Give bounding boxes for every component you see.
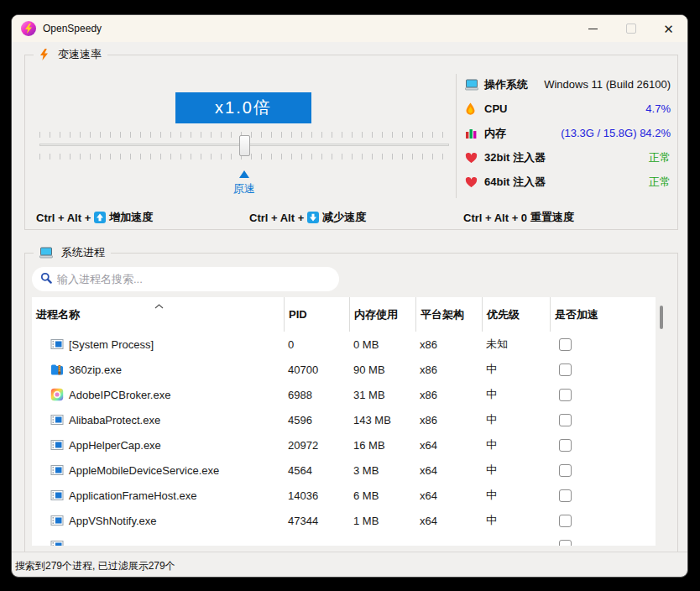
- sysinfo-row: CPU 4.7%: [465, 97, 671, 121]
- arch-cell: x86: [415, 407, 482, 432]
- default-app-icon: [50, 463, 64, 477]
- column-header[interactable]: 是否加速: [550, 297, 656, 332]
- table-row[interactable]: ApplicationFrameHost.exe 14036 6 MB x64 …: [32, 483, 656, 508]
- minimize-button[interactable]: [574, 15, 612, 42]
- maximize-button[interactable]: [612, 15, 650, 42]
- accelerate-cell: [550, 332, 656, 357]
- accelerate-cell: [550, 483, 656, 508]
- lightning-icon: [39, 48, 50, 61]
- system-processes-group: 系统进程 进程名称PID内存使用平台架构优先级是否加速 [System Proc…: [24, 253, 678, 552]
- search-input[interactable]: [55, 272, 331, 286]
- memory-cell: [349, 533, 415, 546]
- scrollbar-thumb[interactable]: [660, 306, 663, 329]
- table-row[interactable]: 360zip.exe 40700 90 MB x86 中: [32, 357, 656, 382]
- priority-cell: [482, 533, 550, 546]
- default-app-icon: [50, 337, 64, 351]
- speed-multiplier-button[interactable]: x1.0倍: [175, 92, 311, 123]
- process-name-cell: ApplicationFrameHost.exe: [32, 483, 284, 508]
- monitor-icon: [39, 246, 53, 259]
- column-header[interactable]: 平台架构: [415, 297, 482, 332]
- arch-cell: x64: [415, 483, 482, 508]
- process-name-cell: AdobeIPCBroker.exe: [32, 382, 284, 407]
- sysinfo-panel: 操作系统 Windows 11 (Build 26100) CPU 4.7% 内…: [465, 72, 671, 194]
- table-header-row[interactable]: 进程名称PID内存使用平台架构优先级是否加速: [32, 297, 656, 332]
- column-header[interactable]: 内存使用: [349, 297, 415, 332]
- table-rows: [System Process] 0 0 MB x86 未知 360zip.ex…: [32, 332, 656, 546]
- column-header[interactable]: PID: [284, 297, 349, 332]
- arch-cell: x86: [415, 382, 482, 407]
- priority-cell: 中: [482, 483, 550, 508]
- accelerate-cell: [550, 407, 656, 432]
- arch-cell: x86: [415, 332, 482, 357]
- default-app-icon: [50, 539, 64, 546]
- table-row[interactable]: AppHelperCap.exe 20972 16 MB x64 中: [32, 432, 656, 458]
- accelerate-cell: [550, 508, 656, 533]
- accelerate-checkbox[interactable]: [559, 489, 572, 502]
- sysinfo-divider: [456, 74, 457, 198]
- process-name-cell: [System Process]: [32, 332, 284, 357]
- pid-cell: 20972: [284, 432, 349, 458]
- default-app-icon: [50, 514, 64, 527]
- accelerate-checkbox[interactable]: [559, 515, 572, 527]
- accelerate-checkbox[interactable]: [559, 414, 572, 426]
- pid-cell: 4564: [284, 458, 349, 483]
- accelerate-cell: [550, 533, 656, 546]
- arch-cell: x64: [415, 458, 482, 483]
- process-name-cell: 360zip.exe: [32, 357, 284, 382]
- priority-cell: 中: [482, 432, 550, 458]
- status-text: 搜索到279个进程, 已过滤展示279个: [15, 559, 175, 573]
- statusbar: 搜索到279个进程, 已过滤展示279个: [12, 552, 687, 578]
- table-row[interactable]: [System Process] 0 0 MB x86 未知: [32, 332, 656, 357]
- priority-cell: 中: [482, 382, 550, 407]
- arch-cell: x86: [415, 357, 482, 382]
- accelerate-checkbox[interactable]: [559, 389, 572, 401]
- pid-cell: 4596: [284, 407, 349, 432]
- zip-app-icon: [50, 363, 64, 376]
- arrow-down-icon: [307, 212, 319, 223]
- shortcut-decrease-speed: Ctrl + Alt +减少速度: [249, 210, 366, 225]
- process-name-cell: [32, 533, 284, 546]
- close-button[interactable]: ✕: [650, 15, 687, 42]
- sysinfo-row: 64bit 注入器 正常: [465, 170, 671, 194]
- sysinfo-row: 内存 (13.3G / 15.8G) 84.2%: [465, 121, 671, 145]
- adobe-app-icon: [50, 388, 64, 401]
- arch-cell: x64: [415, 432, 482, 458]
- slider-handle[interactable]: [239, 135, 250, 156]
- app-logo-icon: [21, 21, 36, 36]
- shortcuts-row: Ctrl + Alt +增加速度 Ctrl + Alt +减少速度 Ctrl +…: [25, 210, 677, 228]
- accelerate-checkbox[interactable]: [559, 363, 572, 376]
- speed-rate-group: 变速速率 x1.0倍 原速 操作系统 Windows 11 (Build 261…: [24, 55, 678, 230]
- system-processes-group-label: 系统进程: [34, 245, 111, 260]
- table-row[interactable]: AlibabaProtect.exe 4596 143 MB x86 中: [32, 407, 656, 432]
- accelerate-checkbox[interactable]: [559, 338, 572, 351]
- titlebar[interactable]: OpenSpeedy ✕: [12, 15, 687, 42]
- default-app-icon: [50, 413, 64, 426]
- search-box[interactable]: [32, 267, 339, 291]
- process-table: 进程名称PID内存使用平台架构优先级是否加速 [System Process] …: [32, 297, 656, 546]
- accelerate-checkbox[interactable]: [559, 540, 572, 547]
- priority-cell: 中: [482, 508, 550, 533]
- heart-icon: [465, 175, 479, 189]
- accelerate-checkbox[interactable]: [559, 464, 572, 477]
- speed-rate-group-label: 变速速率: [34, 47, 107, 62]
- original-speed-marker-icon: [239, 170, 249, 178]
- table-row[interactable]: AppleMobileDeviceService.exe 4564 3 MB x…: [32, 458, 656, 483]
- sort-ascending-icon: [154, 297, 164, 312]
- process-name-cell: AppleMobileDeviceService.exe: [32, 458, 284, 483]
- pid-cell: [284, 533, 349, 546]
- maximize-icon: [626, 24, 636, 34]
- table-row[interactable]: AdobeIPCBroker.exe 6988 31 MB x86 中: [32, 382, 656, 407]
- pid-cell: 6988: [284, 382, 349, 407]
- column-header[interactable]: 优先级: [482, 297, 550, 332]
- memory-cell: 90 MB: [349, 357, 415, 382]
- pid-cell: 47344: [284, 508, 349, 533]
- table-row[interactable]: AppVShNotify.exe 47344 1 MB x64 中: [32, 508, 656, 533]
- memory-cell: 3 MB: [349, 458, 415, 483]
- arch-cell: [415, 533, 482, 546]
- pid-cell: 0: [284, 332, 349, 357]
- priority-cell: 中: [482, 458, 550, 483]
- accelerate-checkbox[interactable]: [559, 439, 572, 452]
- table-row[interactable]: [32, 533, 656, 546]
- accelerate-cell: [550, 382, 656, 407]
- process-name-cell: AppVShNotify.exe: [32, 508, 284, 533]
